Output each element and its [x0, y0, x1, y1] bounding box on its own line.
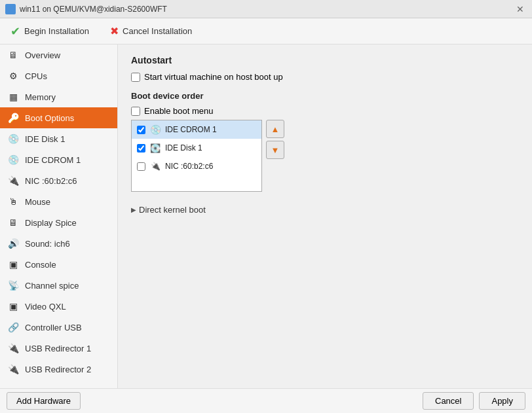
- move-down-button[interactable]: ▼: [266, 141, 284, 159]
- toolbar: ✔ Begin Installation ✖ Cancel Installati…: [0, 18, 532, 45]
- sidebar-item-label: USB Redirector 1: [25, 344, 91, 353]
- titlebar-left: win11 on QEMU/KVM@xidian-S2600WFT: [5, 4, 167, 14]
- boot-item-cdrom-label: IDE CDROM 1: [165, 125, 217, 134]
- boot-device-title: Boot device order: [131, 91, 519, 101]
- begin-installation-button[interactable]: ✔ Begin Installation: [7, 22, 93, 41]
- arrow-down-icon: ▼: [271, 145, 280, 155]
- boot-list-container: 💿 IDE CDROM 1 💽 IDE Disk 1 🔌 NIC :60:b2:…: [131, 120, 519, 192]
- sidebar-item-label: IDE Disk 1: [25, 134, 65, 144]
- sidebar-item-nic[interactable]: 🔌 NIC :60:b2:c6: [0, 170, 117, 191]
- sidebar-item-label: Console: [25, 260, 56, 270]
- usb2-icon: 🔌: [7, 363, 20, 376]
- nic-icon: 🔌: [7, 174, 20, 187]
- sidebar-item-label: Mouse: [25, 197, 50, 207]
- titlebar-icon: [5, 4, 16, 14]
- video-icon: ▣: [7, 300, 20, 313]
- boot-item-hdd-label: IDE Disk 1: [165, 143, 202, 153]
- direct-kernel-label: Direct kernel boot: [139, 205, 206, 215]
- cdrom-item-icon: 💿: [149, 124, 161, 135]
- sidebar-item-usb-redirector-2[interactable]: 🔌 USB Redirector 2: [0, 359, 117, 380]
- apply-button[interactable]: Apply: [479, 392, 525, 410]
- ide-disk-icon: 💿: [7, 132, 20, 145]
- nic-item-icon: 🔌: [149, 160, 161, 172]
- collapse-triangle-icon: ▶: [131, 206, 136, 213]
- titlebar-title: win11 on QEMU/KVM@xidian-S2600WFT: [20, 5, 167, 14]
- bottom-right-buttons: Cancel Apply: [423, 392, 525, 410]
- sidebar-item-video-qxl[interactable]: ▣ Video QXL: [0, 296, 117, 317]
- controller-icon: 🔗: [7, 321, 20, 334]
- cancel-button[interactable]: Cancel: [423, 392, 474, 410]
- boot-icon: 🔑: [7, 111, 20, 124]
- sidebar-item-usb-redirector-1[interactable]: 🔌 USB Redirector 1: [0, 338, 117, 359]
- begin-install-icon: ✔: [10, 24, 20, 39]
- begin-installation-label: Begin Installation: [24, 26, 89, 36]
- cancel-install-icon: ✖: [110, 25, 119, 37]
- hdd-item-icon: 💽: [149, 142, 161, 154]
- sidebar-item-label: Overview: [25, 50, 60, 60]
- cpu-icon: ⚙: [7, 69, 20, 82]
- sidebar-item-controller-usb[interactable]: 🔗 Controller USB: [0, 317, 117, 338]
- main-container: 🖥 Overview ⚙ CPUs ▦ Memory 🔑 Boot Option…: [0, 45, 532, 388]
- content-area: Autostart Start virtual machine on host …: [118, 45, 532, 388]
- enable-boot-menu-label: Enable boot menu: [144, 106, 214, 116]
- console-icon: ▣: [7, 258, 20, 271]
- usb1-icon: 🔌: [7, 342, 20, 355]
- arrow-up-icon: ▲: [271, 124, 280, 134]
- sidebar-item-label: NIC :60:b2:c6: [25, 176, 77, 186]
- enable-boot-menu-checkbox[interactable]: [131, 107, 140, 116]
- boot-item-nic-checkbox[interactable]: [137, 162, 145, 171]
- sound-icon: 🔊: [7, 237, 20, 250]
- autostart-title: Autostart: [131, 55, 519, 65]
- channel-icon: 📡: [7, 279, 20, 292]
- sidebar-item-label: Video QXL: [25, 302, 66, 312]
- sidebar-item-channel-spice[interactable]: 📡 Channel spice: [0, 275, 117, 296]
- arrow-buttons: ▲ ▼: [266, 120, 284, 159]
- autostart-label: Start virtual machine on host boot up: [144, 72, 283, 82]
- sidebar-item-memory[interactable]: ▦ Memory: [0, 86, 117, 107]
- list-item[interactable]: 🔌 NIC :60:b2:c6: [132, 157, 261, 175]
- sidebar-item-console[interactable]: ▣ Console: [0, 254, 117, 275]
- sidebar-item-label: Channel spice: [25, 281, 79, 291]
- sidebar-item-label: Memory: [25, 92, 56, 102]
- sidebar-item-label: Sound: ich6: [25, 239, 70, 249]
- sidebar-item-ide-disk-1[interactable]: 💿 IDE Disk 1: [0, 128, 117, 149]
- sidebar-item-boot-options[interactable]: 🔑 Boot Options: [0, 107, 117, 128]
- sidebar-item-label: Boot Options: [25, 113, 74, 123]
- sidebar-item-label: Controller USB: [25, 323, 82, 332]
- cancel-installation-button[interactable]: ✖ Cancel Installation: [106, 22, 196, 40]
- sidebar-item-display-spice[interactable]: 🖥 Display Spice: [0, 212, 117, 233]
- overview-icon: 🖥: [7, 48, 20, 62]
- sidebar-item-cpus[interactable]: ⚙ CPUs: [0, 65, 117, 86]
- sidebar-item-overview[interactable]: 🖥 Overview: [0, 45, 117, 65]
- mouse-icon: 🖱: [7, 195, 20, 208]
- bottombar: Add Hardware Cancel Apply: [0, 388, 532, 413]
- list-item[interactable]: 💿 IDE CDROM 1: [132, 120, 261, 139]
- sidebar-item-sound[interactable]: 🔊 Sound: ich6: [0, 233, 117, 254]
- enable-boot-menu-row: Enable boot menu: [131, 106, 519, 116]
- titlebar: win11 on QEMU/KVM@xidian-S2600WFT ✕: [0, 0, 532, 18]
- list-item[interactable]: 💽 IDE Disk 1: [132, 139, 261, 157]
- autostart-row: Start virtual machine on host boot up: [131, 72, 519, 82]
- sidebar-item-label: IDE CDROM 1: [25, 155, 81, 165]
- sidebar-item-label: CPUs: [25, 71, 47, 81]
- sidebar: 🖥 Overview ⚙ CPUs ▦ Memory 🔑 Boot Option…: [0, 45, 118, 388]
- sidebar-item-label: USB Redirector 2: [25, 365, 91, 374]
- boot-device-list: 💿 IDE CDROM 1 💽 IDE Disk 1 🔌 NIC :60:b2:…: [131, 120, 262, 192]
- sidebar-item-mouse[interactable]: 🖱 Mouse: [0, 191, 117, 212]
- add-hardware-button[interactable]: Add Hardware: [7, 392, 81, 410]
- move-up-button[interactable]: ▲: [266, 120, 284, 138]
- display-icon: 🖥: [7, 216, 20, 229]
- boot-item-hdd-checkbox[interactable]: [137, 144, 145, 153]
- ide-cdrom-icon: 💿: [7, 153, 20, 166]
- boot-item-cdrom-checkbox[interactable]: [137, 126, 145, 134]
- close-button[interactable]: ✕: [514, 3, 527, 16]
- sidebar-item-label: Display Spice: [25, 218, 77, 228]
- sidebar-item-ide-cdrom-1[interactable]: 💿 IDE CDROM 1: [0, 149, 117, 170]
- cancel-installation-label: Cancel Installation: [123, 26, 192, 36]
- memory-icon: ▦: [7, 90, 20, 103]
- boot-item-nic-label: NIC :60:b2:c6: [165, 162, 213, 171]
- autostart-checkbox[interactable]: [131, 73, 140, 82]
- direct-kernel-section[interactable]: ▶ Direct kernel boot: [131, 205, 519, 215]
